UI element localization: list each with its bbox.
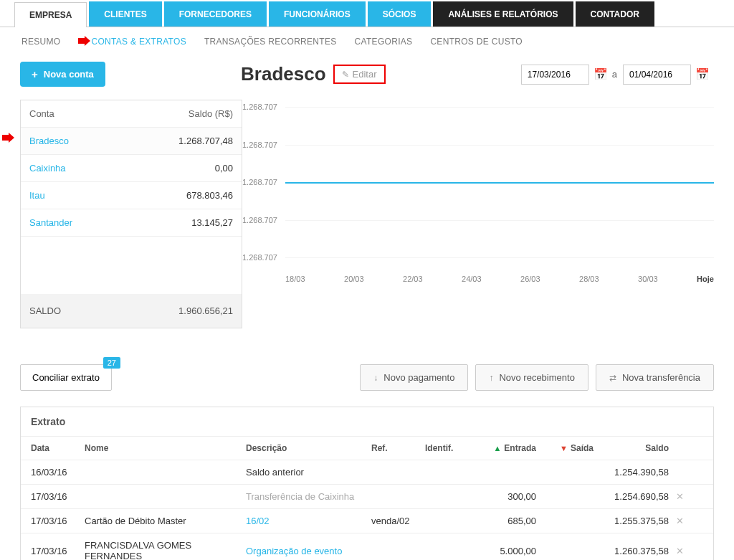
col-saldo: Saldo (R$) <box>189 108 233 119</box>
account-balance: 0,00 <box>215 163 233 174</box>
x-tick: 20/03 <box>344 275 364 283</box>
cell-desc[interactable]: Organização de evento <box>246 546 371 556</box>
x-tick: 28/03 <box>579 275 599 283</box>
cell-data: 17/03/16 <box>31 516 85 526</box>
statement-row: 17/03/16Cartão de Débito Master16/02vend… <box>21 508 713 533</box>
col-ref: Ref. <box>371 443 425 453</box>
account-row[interactable]: Caixinha 0,00 <box>21 155 242 182</box>
annotation-arrow-icon <box>2 133 15 145</box>
col-saldo: Saldo <box>594 443 669 453</box>
sub-resumo[interactable]: RESUMO <box>22 37 60 47</box>
calendar-icon[interactable]: 📅 <box>594 67 608 81</box>
total-value: 1.960.656,21 <box>178 305 233 316</box>
statement-title: Extrato <box>21 407 713 436</box>
tab-analises[interactable]: ANÁLISES E RELATÓRIOS <box>433 1 573 27</box>
cell-nome: FRANCISDALVA GOMES FERNANDES <box>85 540 246 560</box>
tabs-primary: EMPRESA CLIENTES FORNECEDORES FUNCIONÁRI… <box>0 1 734 27</box>
chart-series <box>285 182 714 184</box>
sub-transacoes[interactable]: TRANSAÇÕES RECORRENTES <box>204 37 337 47</box>
col-desc: Descrição <box>246 443 371 453</box>
cell-saldo: 1.260.375,58 <box>594 546 669 556</box>
tab-funcionarios[interactable]: FUNCIONÁRIOS <box>269 1 366 27</box>
sort-asc-icon: ▲ <box>493 444 501 452</box>
new-payment-button[interactable]: ↓Novo pagamento <box>360 364 468 391</box>
date-sep: a <box>612 69 617 80</box>
account-balance: 1.268.707,48 <box>178 136 233 146</box>
account-name[interactable]: Caixinha <box>29 163 66 174</box>
x-tick: 26/03 <box>520 275 540 283</box>
tab-empresa[interactable]: EMPRESA <box>14 2 87 27</box>
cell-data: 16/03/16 <box>31 467 85 478</box>
cell-saldo: 1.255.375,58 <box>594 516 669 526</box>
y-tick: 1.268.707 <box>242 253 277 262</box>
cell-desc: Transferência de Caixinha <box>246 491 371 502</box>
account-row[interactable]: Santander 13.145,27 <box>21 209 242 237</box>
col-sai[interactable]: ▼Saída <box>536 443 594 453</box>
reconcile-badge: 27 <box>103 357 120 369</box>
sub-centros-custo[interactable]: CENTROS DE CUSTO <box>430 37 523 47</box>
col-data: Data <box>31 443 85 453</box>
cell-saldo: 1.254.690,58 <box>594 491 669 502</box>
arrow-up-icon: ↑ <box>489 373 493 383</box>
col-ent[interactable]: ▲Entrada <box>468 443 536 453</box>
cell-ref: venda/02 <box>371 516 425 526</box>
pencil-icon: ✎ <box>342 70 349 80</box>
account-title: Bradesco <box>241 63 326 85</box>
col-ident: Identif. <box>425 443 468 453</box>
y-tick: 1.268.707 <box>242 178 277 186</box>
date-range: 📅 a 📅 <box>521 65 714 85</box>
annotation-arrow-icon <box>78 37 90 47</box>
new-receipt-button[interactable]: ↑Novo recebimento <box>475 364 588 391</box>
reconcile-button[interactable]: Conciliar extrato <box>20 364 112 391</box>
date-from-input[interactable] <box>521 65 589 85</box>
account-name[interactable]: Santander <box>29 217 72 228</box>
delete-row-icon[interactable]: ✕ <box>669 546 690 556</box>
new-transfer-button[interactable]: ⇄Nova transferência <box>596 364 714 391</box>
tab-contador[interactable]: CONTADOR <box>576 1 654 27</box>
sub-categorias[interactable]: CATEGORIAS <box>355 37 413 47</box>
sub-contas-extratos[interactable]: CONTAS & EXTRATOS <box>91 37 186 47</box>
new-account-label: Nova conta <box>44 69 94 80</box>
account-balance: 13.145,27 <box>191 217 233 228</box>
tab-clientes[interactable]: CLIENTES <box>89 1 161 27</box>
y-tick: 1.268.707 <box>242 103 277 111</box>
account-name[interactable]: Itau <box>29 190 45 201</box>
tab-socios[interactable]: SÓCIOS <box>368 1 432 27</box>
new-account-button[interactable]: + Nova conta <box>20 62 105 87</box>
statement-panel: Extrato Data Nome Descrição Ref. Identif… <box>20 407 714 560</box>
cell-saldo: 1.254.390,58 <box>594 467 669 478</box>
transfer-icon: ⇄ <box>609 373 616 383</box>
y-tick: 1.268.707 <box>242 216 277 224</box>
tabs-sub: RESUMO CONTAS & EXTRATOS TRANSAÇÕES RECO… <box>0 27 734 56</box>
cell-entrada: 300,00 <box>468 491 536 502</box>
delete-row-icon[interactable]: ✕ <box>669 516 690 526</box>
statement-row: 17/03/16Transferência de Caixinha300,001… <box>21 484 713 508</box>
delete-row-icon[interactable]: ✕ <box>669 491 690 502</box>
cell-nome: Cartão de Débito Master <box>85 516 246 526</box>
cell-desc: Saldo anterior <box>246 467 371 478</box>
statement-row: 16/03/16Saldo anterior1.254.390,58 <box>21 460 713 484</box>
total-label: SALDO <box>29 305 61 316</box>
cell-data: 17/03/16 <box>31 546 85 556</box>
account-row[interactable]: Itau 678.803,46 <box>21 182 242 209</box>
cell-entrada: 685,00 <box>468 516 536 526</box>
x-tick: 22/03 <box>403 275 423 283</box>
account-name[interactable]: Bradesco <box>29 136 69 146</box>
arrow-down-icon: ↓ <box>373 373 378 383</box>
account-list: Conta Saldo (R$) Bradesco 1.268.707,48 C… <box>20 100 242 328</box>
edit-button[interactable]: ✎ Editar <box>333 65 386 84</box>
balance-chart: 1.268.7071.268.7071.268.7071.268.7071.26… <box>242 100 714 283</box>
x-tick: 18/03 <box>285 275 305 283</box>
statement-row: 17/03/16FRANCISDALVA GOMES FERNANDESOrga… <box>21 533 713 560</box>
calendar-icon[interactable]: 📅 <box>695 67 710 81</box>
col-nome: Nome <box>85 443 246 453</box>
svg-marker-0 <box>78 36 90 46</box>
cell-desc[interactable]: 16/02 <box>246 516 371 526</box>
tab-fornecedores[interactable]: FORNECEDORES <box>164 1 267 27</box>
x-tick: 30/03 <box>638 275 658 283</box>
cell-data: 17/03/16 <box>31 491 85 502</box>
date-to-input[interactable] <box>623 65 691 85</box>
account-row[interactable]: Bradesco 1.268.707,48 <box>21 128 242 155</box>
svg-marker-1 <box>2 133 14 143</box>
col-conta: Conta <box>29 108 54 119</box>
